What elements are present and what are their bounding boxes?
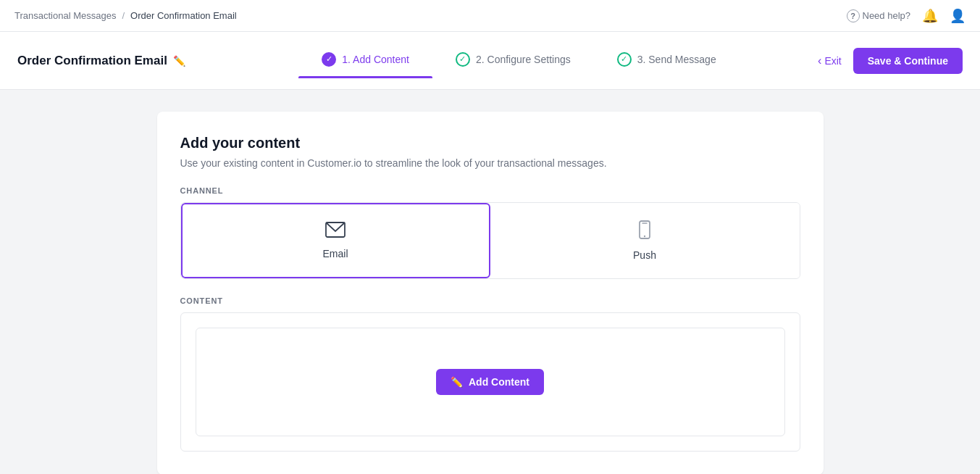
breadcrumb-parent[interactable]: Transactional Messages bbox=[14, 10, 116, 21]
breadcrumb-separator: / bbox=[122, 10, 125, 21]
step-2-icon: ✓ bbox=[456, 52, 470, 67]
help-label: Need help? bbox=[863, 10, 911, 21]
breadcrumb-current: Order Confirmation Email bbox=[130, 10, 237, 21]
exit-label: Exit bbox=[824, 55, 841, 67]
step-3-label: 3. Send Message bbox=[637, 54, 716, 65]
header-bar: Order Confirmation Email ✏️ ✓ 1. Add Con… bbox=[0, 32, 980, 90]
exit-arrow-icon: ‹ bbox=[818, 54, 821, 67]
main-content: Add your content Use your existing conte… bbox=[0, 90, 980, 474]
step-3-icon: ✓ bbox=[617, 52, 632, 67]
add-content-button[interactable]: ✏️ Add Content bbox=[436, 369, 544, 395]
card-title: Add your content bbox=[180, 135, 800, 151]
help-link[interactable]: ? Need help? bbox=[847, 9, 911, 22]
channel-email-label: Email bbox=[322, 248, 348, 259]
edit-title-icon[interactable]: ✏️ bbox=[173, 55, 185, 67]
channel-email[interactable]: Email bbox=[181, 203, 490, 278]
steps-container: ✓ 1. Add Content ✓ 2. Configure Settings… bbox=[220, 46, 818, 75]
page-title: Order Confirmation Email bbox=[17, 54, 167, 68]
content-area: ✏️ Add Content bbox=[180, 312, 800, 452]
header-right: ‹ Exit Save & Continue bbox=[818, 48, 963, 74]
card-description: Use your existing content in Customer.io… bbox=[180, 157, 800, 169]
svg-point-2 bbox=[644, 236, 645, 237]
exit-button[interactable]: ‹ Exit bbox=[818, 54, 842, 67]
user-icon[interactable]: 👤 bbox=[950, 8, 966, 24]
step-1-label: 1. Add Content bbox=[342, 54, 409, 65]
content-inner-box: ✏️ Add Content bbox=[196, 328, 785, 436]
step-3[interactable]: ✓ 3. Send Message bbox=[594, 46, 740, 75]
top-navigation: Transactional Messages / Order Confirmat… bbox=[0, 0, 980, 32]
channel-push[interactable]: Push bbox=[490, 203, 800, 278]
add-content-label: Add Content bbox=[469, 376, 529, 388]
add-content-pencil-icon: ✏️ bbox=[451, 376, 463, 388]
save-continue-button[interactable]: Save & Continue bbox=[853, 48, 963, 74]
channel-push-label: Push bbox=[633, 249, 656, 261]
step-1[interactable]: ✓ 1. Add Content bbox=[298, 46, 432, 75]
step-2[interactable]: ✓ 2. Configure Settings bbox=[432, 46, 594, 75]
step-2-label: 2. Configure Settings bbox=[476, 54, 571, 65]
breadcrumb: Transactional Messages / Order Confirmat… bbox=[14, 10, 237, 21]
content-section-label: CONTENT bbox=[180, 296, 800, 305]
step-1-underline bbox=[298, 76, 432, 78]
channel-grid: Email Push bbox=[180, 202, 800, 279]
email-icon bbox=[325, 222, 345, 242]
step-1-icon: ✓ bbox=[322, 52, 336, 67]
nav-right: ? Need help? 🔔 👤 bbox=[847, 8, 966, 24]
push-icon bbox=[639, 220, 650, 244]
bell-icon[interactable]: 🔔 bbox=[922, 8, 938, 24]
content-card: Add your content Use your existing conte… bbox=[157, 112, 824, 474]
page-title-section: Order Confirmation Email ✏️ bbox=[17, 54, 220, 68]
channel-label: CHANNEL bbox=[180, 186, 800, 195]
help-icon: ? bbox=[847, 9, 860, 22]
